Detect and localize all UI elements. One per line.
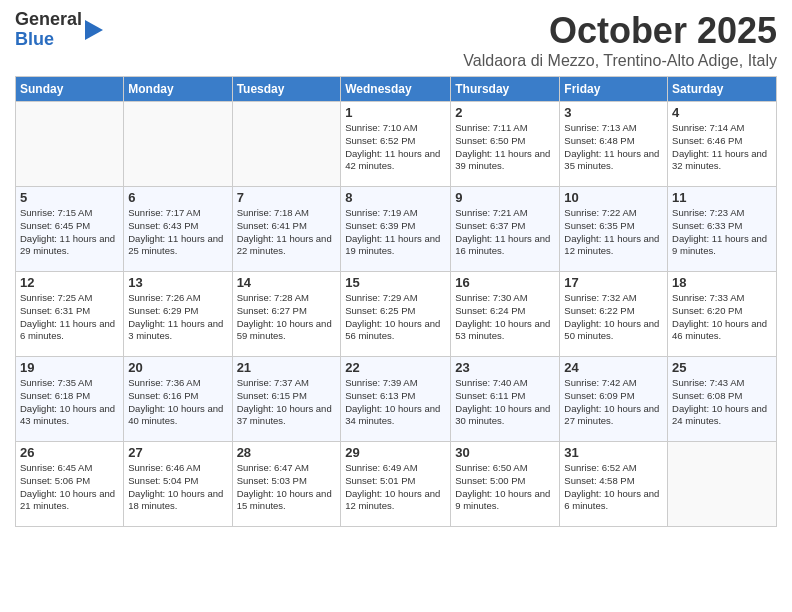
calendar-cell: 24Sunrise: 7:42 AM Sunset: 6:09 PM Dayli…	[560, 357, 668, 442]
day-header-sunday: Sunday	[16, 77, 124, 102]
day-number: 28	[237, 445, 337, 460]
calendar-cell: 1Sunrise: 7:10 AM Sunset: 6:52 PM Daylig…	[341, 102, 451, 187]
calendar-cell: 13Sunrise: 7:26 AM Sunset: 6:29 PM Dayli…	[124, 272, 232, 357]
day-info: Sunrise: 7:23 AM Sunset: 6:33 PM Dayligh…	[672, 207, 772, 258]
calendar-cell: 5Sunrise: 7:15 AM Sunset: 6:45 PM Daylig…	[16, 187, 124, 272]
logo-text: General Blue	[15, 10, 82, 50]
day-info: Sunrise: 6:52 AM Sunset: 4:58 PM Dayligh…	[564, 462, 663, 513]
day-number: 14	[237, 275, 337, 290]
day-number: 23	[455, 360, 555, 375]
calendar: SundayMondayTuesdayWednesdayThursdayFrid…	[15, 76, 777, 527]
day-number: 1	[345, 105, 446, 120]
calendar-cell: 21Sunrise: 7:37 AM Sunset: 6:15 PM Dayli…	[232, 357, 341, 442]
day-number: 21	[237, 360, 337, 375]
day-info: Sunrise: 6:50 AM Sunset: 5:00 PM Dayligh…	[455, 462, 555, 513]
calendar-cell: 18Sunrise: 7:33 AM Sunset: 6:20 PM Dayli…	[668, 272, 777, 357]
location-title: Valdaora di Mezzo, Trentino-Alto Adige, …	[463, 52, 777, 70]
calendar-cell: 22Sunrise: 7:39 AM Sunset: 6:13 PM Dayli…	[341, 357, 451, 442]
day-number: 26	[20, 445, 119, 460]
calendar-cell: 10Sunrise: 7:22 AM Sunset: 6:35 PM Dayli…	[560, 187, 668, 272]
calendar-cell: 27Sunrise: 6:46 AM Sunset: 5:04 PM Dayli…	[124, 442, 232, 527]
logo-general: General	[15, 10, 82, 30]
day-number: 15	[345, 275, 446, 290]
day-info: Sunrise: 7:32 AM Sunset: 6:22 PM Dayligh…	[564, 292, 663, 343]
day-info: Sunrise: 7:28 AM Sunset: 6:27 PM Dayligh…	[237, 292, 337, 343]
day-number: 31	[564, 445, 663, 460]
calendar-cell: 31Sunrise: 6:52 AM Sunset: 4:58 PM Dayli…	[560, 442, 668, 527]
day-info: Sunrise: 7:25 AM Sunset: 6:31 PM Dayligh…	[20, 292, 119, 343]
day-number: 18	[672, 275, 772, 290]
calendar-week-5: 26Sunrise: 6:45 AM Sunset: 5:06 PM Dayli…	[16, 442, 777, 527]
day-info: Sunrise: 7:36 AM Sunset: 6:16 PM Dayligh…	[128, 377, 227, 428]
day-info: Sunrise: 7:26 AM Sunset: 6:29 PM Dayligh…	[128, 292, 227, 343]
day-number: 19	[20, 360, 119, 375]
calendar-cell: 17Sunrise: 7:32 AM Sunset: 6:22 PM Dayli…	[560, 272, 668, 357]
day-info: Sunrise: 7:37 AM Sunset: 6:15 PM Dayligh…	[237, 377, 337, 428]
day-info: Sunrise: 7:13 AM Sunset: 6:48 PM Dayligh…	[564, 122, 663, 173]
calendar-cell: 28Sunrise: 6:47 AM Sunset: 5:03 PM Dayli…	[232, 442, 341, 527]
day-info: Sunrise: 7:14 AM Sunset: 6:46 PM Dayligh…	[672, 122, 772, 173]
day-number: 25	[672, 360, 772, 375]
day-info: Sunrise: 7:39 AM Sunset: 6:13 PM Dayligh…	[345, 377, 446, 428]
day-info: Sunrise: 6:47 AM Sunset: 5:03 PM Dayligh…	[237, 462, 337, 513]
page: General Blue October 2025 Valdaora di Me…	[0, 0, 792, 537]
calendar-header-row: SundayMondayTuesdayWednesdayThursdayFrid…	[16, 77, 777, 102]
day-info: Sunrise: 7:18 AM Sunset: 6:41 PM Dayligh…	[237, 207, 337, 258]
day-number: 3	[564, 105, 663, 120]
day-number: 2	[455, 105, 555, 120]
day-number: 8	[345, 190, 446, 205]
day-number: 29	[345, 445, 446, 460]
day-number: 27	[128, 445, 227, 460]
day-number: 7	[237, 190, 337, 205]
day-number: 16	[455, 275, 555, 290]
calendar-cell: 16Sunrise: 7:30 AM Sunset: 6:24 PM Dayli…	[451, 272, 560, 357]
day-number: 22	[345, 360, 446, 375]
day-info: Sunrise: 7:43 AM Sunset: 6:08 PM Dayligh…	[672, 377, 772, 428]
day-info: Sunrise: 7:17 AM Sunset: 6:43 PM Dayligh…	[128, 207, 227, 258]
day-number: 9	[455, 190, 555, 205]
calendar-cell: 26Sunrise: 6:45 AM Sunset: 5:06 PM Dayli…	[16, 442, 124, 527]
day-header-thursday: Thursday	[451, 77, 560, 102]
day-info: Sunrise: 7:10 AM Sunset: 6:52 PM Dayligh…	[345, 122, 446, 173]
day-number: 5	[20, 190, 119, 205]
calendar-cell: 30Sunrise: 6:50 AM Sunset: 5:00 PM Dayli…	[451, 442, 560, 527]
day-info: Sunrise: 6:46 AM Sunset: 5:04 PM Dayligh…	[128, 462, 227, 513]
month-title: October 2025	[463, 10, 777, 52]
day-info: Sunrise: 6:49 AM Sunset: 5:01 PM Dayligh…	[345, 462, 446, 513]
day-number: 11	[672, 190, 772, 205]
day-header-monday: Monday	[124, 77, 232, 102]
day-number: 12	[20, 275, 119, 290]
calendar-week-3: 12Sunrise: 7:25 AM Sunset: 6:31 PM Dayli…	[16, 272, 777, 357]
day-number: 17	[564, 275, 663, 290]
calendar-cell	[124, 102, 232, 187]
day-info: Sunrise: 7:29 AM Sunset: 6:25 PM Dayligh…	[345, 292, 446, 343]
calendar-cell: 8Sunrise: 7:19 AM Sunset: 6:39 PM Daylig…	[341, 187, 451, 272]
day-info: Sunrise: 7:19 AM Sunset: 6:39 PM Dayligh…	[345, 207, 446, 258]
logo-blue: Blue	[15, 30, 82, 50]
day-header-tuesday: Tuesday	[232, 77, 341, 102]
day-info: Sunrise: 7:40 AM Sunset: 6:11 PM Dayligh…	[455, 377, 555, 428]
day-number: 20	[128, 360, 227, 375]
calendar-cell: 12Sunrise: 7:25 AM Sunset: 6:31 PM Dayli…	[16, 272, 124, 357]
day-info: Sunrise: 7:11 AM Sunset: 6:50 PM Dayligh…	[455, 122, 555, 173]
calendar-cell: 4Sunrise: 7:14 AM Sunset: 6:46 PM Daylig…	[668, 102, 777, 187]
logo-arrow-icon	[85, 20, 103, 40]
calendar-cell: 6Sunrise: 7:17 AM Sunset: 6:43 PM Daylig…	[124, 187, 232, 272]
calendar-week-4: 19Sunrise: 7:35 AM Sunset: 6:18 PM Dayli…	[16, 357, 777, 442]
day-number: 10	[564, 190, 663, 205]
day-number: 13	[128, 275, 227, 290]
day-info: Sunrise: 7:22 AM Sunset: 6:35 PM Dayligh…	[564, 207, 663, 258]
calendar-cell	[668, 442, 777, 527]
calendar-cell: 14Sunrise: 7:28 AM Sunset: 6:27 PM Dayli…	[232, 272, 341, 357]
calendar-week-2: 5Sunrise: 7:15 AM Sunset: 6:45 PM Daylig…	[16, 187, 777, 272]
calendar-week-1: 1Sunrise: 7:10 AM Sunset: 6:52 PM Daylig…	[16, 102, 777, 187]
day-info: Sunrise: 7:30 AM Sunset: 6:24 PM Dayligh…	[455, 292, 555, 343]
title-block: October 2025 Valdaora di Mezzo, Trentino…	[463, 10, 777, 70]
day-number: 6	[128, 190, 227, 205]
calendar-cell: 23Sunrise: 7:40 AM Sunset: 6:11 PM Dayli…	[451, 357, 560, 442]
calendar-cell: 20Sunrise: 7:36 AM Sunset: 6:16 PM Dayli…	[124, 357, 232, 442]
logo: General Blue	[15, 10, 103, 50]
calendar-cell	[232, 102, 341, 187]
day-header-saturday: Saturday	[668, 77, 777, 102]
calendar-cell: 19Sunrise: 7:35 AM Sunset: 6:18 PM Dayli…	[16, 357, 124, 442]
